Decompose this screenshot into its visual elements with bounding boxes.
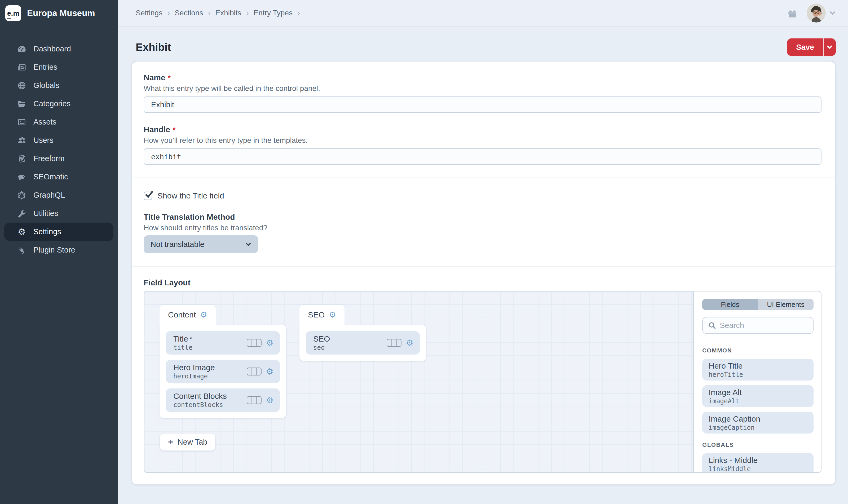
sidebar-item-label: Dashboard xyxy=(33,44,71,53)
sidebar-item-settings[interactable]: ⚙ Settings xyxy=(4,222,113,241)
breadcrumb-entry-types[interactable]: Entry Types xyxy=(254,9,292,17)
chevron-down-icon xyxy=(245,241,252,248)
sidebar-item-categories[interactable]: Categories xyxy=(4,95,113,113)
plug-icon xyxy=(17,245,26,255)
picker-tab-fields[interactable]: Fields xyxy=(702,299,758,310)
sidebar-item-globals[interactable]: Globals xyxy=(4,76,113,95)
picker-field-links-middle[interactable]: Links - Middle linksMiddle xyxy=(702,453,814,472)
sidebar-item-label: Settings xyxy=(33,227,61,236)
layout-field-title[interactable]: Title* title ⚙ xyxy=(166,331,280,355)
sidebar-item-seomatic[interactable]: SEOmatic xyxy=(4,168,113,186)
globe-icon xyxy=(17,81,26,90)
field-handle: seo xyxy=(313,344,386,352)
layout-tab-content-header[interactable]: Content ⚙ xyxy=(160,305,216,325)
field-width-widget[interactable] xyxy=(247,396,261,404)
field-handle: title xyxy=(173,344,247,352)
field-handle: contentBlocks xyxy=(173,401,247,409)
picker-field-image-alt[interactable]: Image Alt imageAlt xyxy=(702,385,814,407)
chevron-right-icon xyxy=(297,8,300,17)
select-value: Not translatable xyxy=(150,240,245,249)
main-area: Settings Sections Exhibits Entry Types xyxy=(118,0,848,504)
field-search-input[interactable] xyxy=(720,321,808,330)
field-settings-gear-icon[interactable]: ⚙ xyxy=(266,396,273,404)
field-width-widget[interactable] xyxy=(247,339,261,347)
field-picker-tabs: Fields UI Elements xyxy=(702,299,814,310)
breadcrumb-sections[interactable]: Sections xyxy=(175,9,203,17)
new-tab-button[interactable]: New Tab xyxy=(160,433,216,451)
sidebar-item-assets[interactable]: Assets xyxy=(4,113,113,131)
show-title-checkbox-label: Show the Title field xyxy=(158,191,224,200)
page-header: Exhibit Save xyxy=(131,38,836,56)
tab-settings-gear-icon[interactable]: ⚙ xyxy=(329,311,336,319)
field-layout-canvas: Content ⚙ Title* title xyxy=(144,291,693,472)
required-asterisk: * xyxy=(173,126,176,134)
tag-icon xyxy=(17,172,26,182)
picker-group-heading-common: COMMON xyxy=(702,347,814,354)
handle-input[interactable] xyxy=(144,148,822,165)
field-width-widget[interactable] xyxy=(247,367,261,376)
section-divider xyxy=(132,178,835,178)
brand-link[interactable]: e.m Europa Museum xyxy=(0,0,118,26)
logo-text-rest: .m xyxy=(11,9,19,17)
newspaper-icon xyxy=(17,62,26,72)
field-layout-designer: Content ⚙ Title* title xyxy=(144,291,822,473)
picker-field-image-caption[interactable]: Image Caption imageCaption xyxy=(702,412,814,433)
picker-field-hero-title[interactable]: Hero Title heroTitle xyxy=(702,359,814,380)
name-label: Name * xyxy=(144,73,822,82)
account-menu[interactable] xyxy=(807,3,836,22)
handle-instructions: How you’ll refer to this entry type in t… xyxy=(144,136,822,145)
sidebar-item-label: Utilities xyxy=(33,209,58,218)
sidebar-item-freeform[interactable]: Freeform xyxy=(4,149,113,168)
show-title-checkbox[interactable] xyxy=(144,192,152,200)
field-handle: heroTitle xyxy=(709,371,807,378)
save-menu-button[interactable] xyxy=(823,38,836,56)
sidebar-item-label: Globals xyxy=(33,81,59,90)
sidebar-item-dashboard[interactable]: Dashboard xyxy=(4,40,113,58)
field-handle: linksMiddle xyxy=(709,465,807,472)
search-icon xyxy=(708,321,716,329)
chevron-down-icon xyxy=(829,9,836,17)
topbar-actions xyxy=(787,3,836,22)
sidebar-item-entries[interactable]: Entries xyxy=(4,58,113,76)
sidebar-item-label: Freeform xyxy=(33,154,65,163)
sidebar-item-label: Categories xyxy=(33,100,71,108)
picker-tab-ui-elements[interactable]: UI Elements xyxy=(758,299,814,310)
folder-open-icon xyxy=(17,99,26,109)
show-title-checkbox-row[interactable]: Show the Title field xyxy=(144,191,822,200)
field-settings-gear-icon[interactable]: ⚙ xyxy=(266,339,273,347)
sidebar-item-users[interactable]: Users xyxy=(4,131,113,149)
gift-icon[interactable] xyxy=(787,7,798,19)
breadcrumb-settings[interactable]: Settings xyxy=(136,9,162,17)
sidebar-item-label: SEOmatic xyxy=(33,173,68,181)
field-width-widget[interactable] xyxy=(386,339,401,347)
image-icon xyxy=(17,118,26,127)
sidebar: e.m Europa Museum Dashboard Entries Glob… xyxy=(0,0,118,504)
brand-logo: e.m xyxy=(5,5,21,21)
app-window: e.m Europa Museum Dashboard Entries Glob… xyxy=(0,0,848,504)
page-content: Exhibit Save Name * What this entry type… xyxy=(118,26,848,504)
tab-settings-gear-icon[interactable]: ⚙ xyxy=(200,311,207,319)
title-translation-select[interactable]: Not translatable xyxy=(144,235,258,253)
breadcrumb: Settings Sections Exhibits Entry Types xyxy=(136,8,300,17)
sidebar-item-graphql[interactable]: GraphQL xyxy=(4,186,113,204)
layout-field-seo[interactable]: SEO seo ⚙ xyxy=(306,331,420,355)
layout-tab-seo-header[interactable]: SEO ⚙ xyxy=(300,305,344,325)
title-translation-label: Title Translation Method xyxy=(144,213,822,221)
field-settings-gear-icon[interactable]: ⚙ xyxy=(406,339,413,347)
title-translation-instructions: How should entry titles be translated? xyxy=(144,224,822,232)
logo-text-first: e xyxy=(7,9,11,19)
sidebar-item-label: Entries xyxy=(33,63,57,72)
field-settings-gear-icon[interactable]: ⚙ xyxy=(266,367,273,376)
wrench-icon xyxy=(17,209,26,218)
name-input[interactable] xyxy=(144,96,822,113)
field-layout-label: Field Layout xyxy=(144,278,822,287)
sidebar-item-plugin-store[interactable]: Plugin Store xyxy=(4,241,113,259)
sidebar-item-utilities[interactable]: Utilities xyxy=(4,204,113,222)
sidebar-item-label: Assets xyxy=(33,118,56,126)
layout-field-hero-image[interactable]: Hero Image heroImage ⚙ xyxy=(166,360,280,383)
layout-field-content-blocks[interactable]: Content Blocks contentBlocks ⚙ xyxy=(166,389,280,412)
chevron-right-icon xyxy=(167,8,170,17)
save-button[interactable]: Save xyxy=(787,38,823,56)
breadcrumb-exhibits[interactable]: Exhibits xyxy=(215,9,241,17)
layout-tab-seo: SEO ⚙ SEO seo xyxy=(300,305,426,361)
